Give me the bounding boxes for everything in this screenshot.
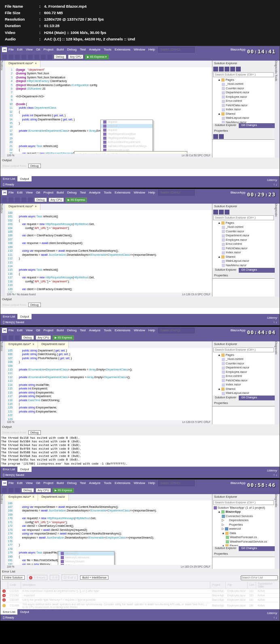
class-icon	[103, 137, 106, 140]
vs-icon: ⋈	[2, 47, 7, 52]
frame-3: 00:44:04 ⋈ FileEditViewGitProjectBuildDe…	[0, 326, 280, 478]
nav-fwd-icon[interactable]	[8, 55, 13, 59]
category-icon[interactable]	[213, 134, 218, 139]
platform-select[interactable]: Any CPU	[68, 55, 84, 59]
redo-icon[interactable]	[47, 55, 52, 59]
param-icon	[103, 120, 106, 124]
search-input[interactable]	[158, 47, 195, 53]
frame-2: 00:29:23 ⋈ FileEditViewGitProjectBuildDe…	[0, 189, 280, 326]
warning-icon: !	[2, 604, 6, 607]
error-search-input[interactable]	[241, 575, 278, 580]
folder-icon	[221, 78, 225, 82]
dependencies-icon	[225, 519, 228, 522]
media-info-panel: File Name:4. Frontend Blazor.mp4 File Si…	[0, 0, 280, 46]
meta-label: File Name	[5, 3, 39, 10]
diagnostic-sidebar[interactable]: Diagnostic Tools	[275, 61, 280, 158]
save-all-icon[interactable]	[34, 55, 39, 59]
output-source-select[interactable]: Debug	[28, 164, 41, 168]
struct-icon	[61, 552, 64, 555]
error-list-filters[interactable]: Entire Solution ✕6 Errors ⚠ 0 ⓘ 0 of 1 B…	[0, 575, 280, 581]
refresh-icon[interactable]	[219, 67, 224, 72]
output-header: Output	[0, 158, 280, 163]
app-title: BlazorApp	[231, 48, 246, 51]
toolbar[interactable]: Debug Any CPU ▶ IIS Express ▾	[0, 53, 280, 61]
run-button[interactable]: ▶ IIS Express ▾	[85, 55, 109, 59]
class-icon	[103, 133, 106, 136]
tab-output[interactable]: Output	[17, 176, 32, 181]
error-list-table[interactable]: CodeDescriptionProjectFileLineSuppressio…	[0, 581, 280, 609]
frame-4: 00:58:46 ⋈ FileEditViewGitProjectBuildDe…	[0, 479, 280, 621]
solution-search-input[interactable]	[213, 72, 274, 77]
warning-filter[interactable]: ⚠ 0	[50, 575, 59, 580]
tab-error-list[interactable]: Error List	[0, 176, 17, 181]
nav-back-icon[interactable]	[2, 55, 7, 59]
scope-select[interactable]: Entire Solution	[2, 575, 25, 580]
output-body[interactable]	[0, 169, 280, 176]
globe-icon	[225, 527, 228, 530]
line-gutter: 1234567891011121314151617181920212223242…	[5, 67, 14, 154]
config-select[interactable]: Debug	[54, 55, 66, 59]
output-text[interactable]: The thread 0x158 has exited with code 0 …	[0, 436, 280, 467]
home-icon[interactable]	[213, 67, 218, 72]
properties-header: Properties	[212, 128, 275, 134]
wrench-icon	[225, 523, 228, 526]
intellisense-popup[interactable]: Memory<> MemoryExtensions MemoryStream G…	[58, 551, 115, 565]
connected-services-icon	[222, 515, 225, 518]
class-icon	[103, 141, 106, 144]
timestamp: 00:44:04	[247, 329, 276, 335]
meta-value: 4. Frontend Blazor.mp4	[44, 3, 87, 10]
param-icon	[103, 124, 106, 128]
vs-statusbar: ▯ Ready↑ ↓	[0, 182, 280, 187]
frame-1: 00:14:41 ⋈ FileEditViewGitProjectBuildDe…	[0, 46, 280, 188]
error-icon: ✕	[2, 589, 6, 593]
new-icon[interactable]	[15, 55, 20, 59]
watermark: Udemy	[267, 178, 277, 182]
solution-explorer-header: Solution Explorer	[212, 61, 275, 66]
intellisense-popup[interactable]: request request request HttpRequestExcep…	[100, 120, 153, 153]
error-filter[interactable]: ✕6 Errors	[27, 575, 47, 580]
alpha-icon[interactable]	[219, 134, 224, 139]
editor-status: 109 %Ln 28 Col 50 SPC CRLF	[5, 154, 212, 158]
code-editor[interactable]: 1234567891011121314151617181920212223242…	[5, 67, 212, 154]
file-icon	[222, 83, 225, 86]
error-row[interactable]: ✕CS1002; expectedBlazorAppEmployee.razor…	[1, 593, 280, 598]
timestamp: 00:14:41	[247, 48, 276, 55]
timestamp: 00:58:46	[247, 482, 276, 488]
undo-icon[interactable]	[41, 55, 46, 59]
signature-tooltip: ▲ 1 of 4 ▼ (awaitable) Task<HttpResponse…	[74, 151, 187, 154]
properties-grid[interactable]	[212, 139, 275, 158]
error-list-header: Error List	[0, 569, 280, 575]
save-icon[interactable]	[28, 55, 33, 59]
solution-tree[interactable]: ▲Pages _Host.cshtml Counter.razor Depart…	[212, 78, 275, 123]
error-row[interactable]: ✕CS0305Using the generic type 'Memory<T>…	[1, 598, 280, 602]
error-row[interactable]: !CS1998This async method lacks 'await' o…	[1, 602, 280, 609]
editor-tabs[interactable]: Department.razor*	[5, 61, 212, 67]
solution-icon	[214, 506, 217, 509]
properties-icon[interactable]	[230, 67, 235, 72]
open-icon[interactable]	[21, 55, 26, 59]
titlebar: ⋈ FileEditViewGitProjectBuildDebugTestAn…	[0, 46, 280, 53]
toolbox-sidebar[interactable]: Toolbox	[0, 61, 5, 158]
param-icon	[103, 128, 106, 132]
class-icon	[103, 145, 106, 148]
error-row[interactable]: ✕CS1526A new expression requires an argu…	[1, 589, 280, 593]
show-all-icon[interactable]	[236, 67, 241, 72]
message-filter[interactable]: ⓘ 0 of 1	[62, 575, 78, 581]
menu-file[interactable]: File	[8, 48, 14, 51]
timestamp: 00:29:23	[247, 192, 276, 198]
collapse-icon[interactable]	[225, 67, 229, 72]
menu-bar[interactable]: FileEditViewGitProjectBuildDebugTestAnal…	[8, 48, 155, 51]
tab-department[interactable]: Department.razor*	[5, 61, 40, 67]
